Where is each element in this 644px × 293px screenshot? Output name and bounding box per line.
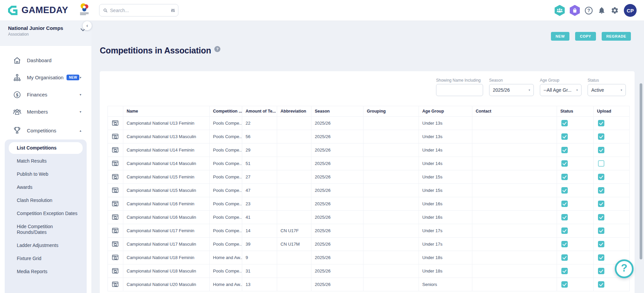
status-checkbox[interactable] — [561, 214, 568, 220]
view-fixture-button[interactable] — [108, 224, 123, 238]
view-fixture-button[interactable] — [108, 117, 123, 130]
copy-button[interactable]: COPY — [575, 32, 596, 41]
upload-checkbox[interactable] — [598, 147, 604, 153]
organisation-icon — [13, 74, 22, 81]
upload-checkbox[interactable] — [598, 214, 604, 220]
cell-season: 2025/26 — [311, 130, 363, 143]
cell-competition-type: Pools Compe... — [210, 197, 242, 211]
sidebar-subitem-awards[interactable]: Awards — [5, 181, 87, 194]
cell-contact — [472, 264, 557, 278]
sidebar-subitem-media-reports[interactable]: Media Reports — [5, 265, 87, 278]
cell-name: Campionatul National U17 Feminin — [123, 224, 210, 238]
regrade-button[interactable]: REGRADE — [602, 32, 631, 41]
top-bar: GAMEDAY — [0, 0, 644, 21]
org-switcher[interactable]: National Junior Comps Association — [0, 21, 91, 46]
upload-checkbox[interactable] — [598, 254, 604, 261]
search-input[interactable] — [110, 8, 171, 13]
status-checkbox[interactable] — [561, 268, 568, 274]
status-checkbox[interactable] — [561, 120, 568, 126]
upload-checkbox[interactable] — [598, 187, 604, 194]
season-select[interactable]: 2025/26 ▾ — [489, 84, 534, 96]
status-checkbox[interactable] — [561, 187, 568, 194]
upload-checkbox[interactable] — [598, 268, 604, 274]
upload-checkbox[interactable] — [598, 281, 604, 288]
cell-age-group: Under 17s — [419, 238, 472, 251]
status-checkbox[interactable] — [561, 254, 568, 261]
view-fixture-button[interactable] — [108, 170, 123, 184]
view-fixture-button[interactable] — [108, 130, 123, 143]
view-fixture-button[interactable] — [108, 264, 123, 278]
view-fixture-button[interactable] — [108, 238, 123, 251]
upload-checkbox[interactable] — [598, 227, 604, 234]
cell-abbreviation — [277, 211, 311, 224]
cell-competition-type: Pools Compe... — [210, 224, 242, 238]
sidebar-subitem-publish-to-web[interactable]: Publish to Web — [5, 168, 87, 181]
upload-checkbox[interactable] — [598, 201, 604, 207]
sidebar-item-label: Competitions — [27, 128, 56, 133]
sidebar-item-my-organisation[interactable]: My Organisation NEW ▾ — [0, 69, 91, 86]
cell-amount-of-teams: 13 — [242, 278, 277, 291]
sidebar-subitem-list-competitions[interactable]: List Competitions — [9, 142, 83, 154]
view-fixture-button[interactable] — [108, 184, 123, 197]
title-help-icon[interactable]: ? — [214, 46, 220, 52]
filter-status: Status Active ▾ — [588, 78, 626, 96]
cell-abbreviation: CN U17F — [277, 224, 311, 238]
page-scrollbar[interactable] — [640, 83, 642, 259]
view-fixture-button[interactable] — [108, 157, 123, 170]
upload-checkbox[interactable] — [598, 160, 604, 167]
column-header-amount-of-te-: Amount of Te... — [242, 106, 277, 117]
cell-contact — [472, 117, 557, 130]
sidebar-subitem-ladder-adjustments[interactable]: Ladder Adjustments — [5, 239, 87, 252]
name-filter-input[interactable] — [436, 84, 483, 96]
user-avatar[interactable]: CP — [624, 4, 637, 17]
marketplace-icon[interactable] — [570, 5, 580, 16]
sidebar-item-finances[interactable]: $ Finances ▾ — [0, 86, 91, 103]
sidebar-item-dashboard[interactable]: Dashboard — [0, 52, 91, 69]
view-fixture-button[interactable] — [108, 211, 123, 224]
status-checkbox[interactable] — [561, 227, 568, 234]
status-value: Active — [591, 87, 604, 93]
settings-gear-icon[interactable] — [611, 6, 619, 14]
sidebar-subitem-fixture-grid[interactable]: Fixture Grid — [5, 252, 87, 265]
age-group-select[interactable]: --All Age Gr... ▾ — [540, 84, 582, 96]
filter-age-group: Age Group --All Age Gr... ▾ — [540, 78, 582, 96]
table-row: Campionatul National U15 FemininPools Co… — [108, 170, 630, 184]
sidebar-subitem-match-results[interactable]: Match Results — [5, 155, 87, 168]
search-filter-icon[interactable] — [171, 8, 175, 13]
column-header-status: Status — [557, 106, 594, 117]
upload-checkbox[interactable] — [598, 133, 604, 140]
upload-checkbox[interactable] — [598, 241, 604, 247]
cell-amount-of-teams: 47 — [242, 184, 277, 197]
status-checkbox[interactable] — [561, 160, 568, 167]
view-fixture-button[interactable] — [108, 197, 123, 211]
sidebar-collapse-button[interactable]: ‹ — [83, 21, 92, 30]
cell-age-group: Under 13s — [419, 130, 472, 143]
cell-contact — [472, 211, 557, 224]
upload-checkbox[interactable] — [598, 120, 604, 126]
floating-help-button[interactable]: ? — [615, 259, 634, 278]
competitions-card: Showing Name Including Season 2025/26 ▾ … — [100, 71, 635, 293]
sidebar-subitem-competition-exception-dates[interactable]: Competition Exception Dates — [5, 207, 87, 220]
status-select[interactable]: Active ▾ — [588, 84, 626, 96]
sidebar-item-label: Dashboard — [27, 57, 51, 63]
status-checkbox[interactable] — [561, 133, 568, 140]
notifications-bell-icon[interactable] — [598, 6, 606, 14]
view-fixture-button[interactable] — [108, 278, 123, 291]
sidebar-item-members[interactable]: Members ▾ — [0, 103, 91, 120]
view-fixture-button[interactable] — [108, 251, 123, 264]
gameday-apps-icon[interactable] — [555, 5, 565, 16]
help-icon[interactable]: ? — [585, 7, 593, 14]
new-button[interactable]: NEW — [551, 32, 569, 41]
status-checkbox[interactable] — [561, 174, 568, 180]
status-checkbox[interactable] — [561, 281, 568, 288]
status-checkbox[interactable] — [561, 201, 568, 207]
view-fixture-button[interactable] — [108, 143, 123, 157]
sidebar-subitem-hide-competition-rounds-dates[interactable]: Hide Competition Rounds/Dates — [5, 220, 87, 239]
gameday-logo[interactable]: GAMEDAY — [7, 4, 68, 16]
cell-competition-type: Home and Aw... — [210, 278, 242, 291]
status-checkbox[interactable] — [561, 241, 568, 247]
sidebar-subitem-clash-resolution[interactable]: Clash Resolution — [5, 194, 87, 207]
sidebar-item-competitions[interactable]: Competitions ▴ — [0, 122, 91, 139]
upload-checkbox[interactable] — [598, 174, 604, 180]
status-checkbox[interactable] — [561, 147, 568, 153]
